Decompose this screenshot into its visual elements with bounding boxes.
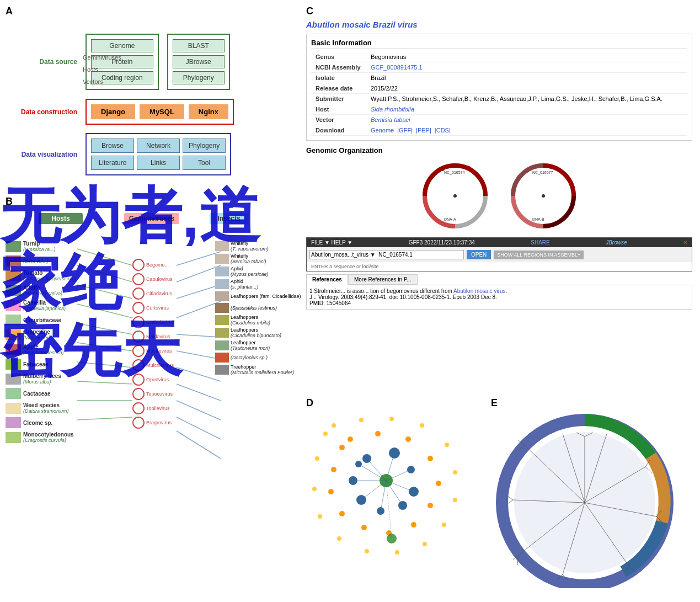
svg-point-53 bbox=[359, 418, 364, 422]
host-sci-2: (Solanum lycopersicum) bbox=[23, 276, 77, 281]
svg-text:DNA-B: DNA-B bbox=[532, 217, 544, 221]
jbrowse-panel: FILE ▼ HELP ▼ GFF3 2022/11/23 10:37:34 S… bbox=[306, 237, 692, 271]
jbrowse-share-btn[interactable]: SHARE bbox=[531, 239, 549, 246]
jbrowse-title: JBrowse bbox=[606, 239, 627, 246]
jbrowse-timestamp: GFF3 2022/11/23 10:37:34 bbox=[409, 239, 475, 246]
svg-point-40 bbox=[375, 431, 381, 436]
download-gff[interactable]: |GFF| bbox=[397, 127, 413, 134]
jbrowse-search-input[interactable] bbox=[309, 250, 464, 259]
svg-line-11 bbox=[177, 265, 221, 282]
django-btn[interactable]: Django bbox=[91, 104, 135, 119]
tab-references[interactable]: References bbox=[306, 274, 348, 285]
svg-point-45 bbox=[411, 522, 416, 528]
host-name-11: Weed species bbox=[23, 402, 69, 408]
value-host[interactable]: Sida rhombifolia bbox=[371, 106, 414, 113]
ref-link-0[interactable]: Abutilon mosaic virus bbox=[453, 288, 505, 294]
label-submitter: Submitter bbox=[311, 94, 366, 104]
links-btn[interactable]: Links bbox=[137, 156, 180, 170]
mysql-btn[interactable]: MySQL bbox=[140, 104, 184, 119]
network-btn[interactable]: Network bbox=[137, 138, 180, 153]
value-genus: Begomovirus bbox=[366, 52, 687, 62]
value-isolate: Brazil bbox=[366, 73, 687, 83]
basic-info-title: Basic Information bbox=[311, 39, 687, 49]
insect-5: (Spissistilus festinus) bbox=[231, 305, 277, 311]
host-name-0: Turnip bbox=[23, 241, 56, 247]
host-sci-0: (Brassica ra...) bbox=[23, 247, 56, 252]
svg-point-60 bbox=[423, 542, 427, 546]
analysis-tools-box: BLAST JBrowse Phylogeny bbox=[167, 34, 230, 90]
blast-btn[interactable]: BLAST bbox=[173, 39, 225, 52]
host-name-6: Grapevine bbox=[23, 329, 50, 335]
phylogeny-viz-btn[interactable]: Phylogeny bbox=[183, 138, 226, 153]
gemini-8: Opunvirus bbox=[146, 377, 169, 382]
tab-more-references[interactable]: More References in P... bbox=[348, 274, 418, 285]
virus-title: Abutilon mosaic Brazil virus bbox=[306, 20, 692, 29]
svg-line-13 bbox=[177, 301, 221, 318]
genome-btn[interactable]: Genome bbox=[91, 39, 153, 52]
svg-line-103 bbox=[507, 496, 513, 500]
value-ncbi[interactable]: GCF_000891475.1 bbox=[371, 64, 423, 71]
insect-sci-2: (Myzus persicae) bbox=[231, 271, 269, 277]
svg-point-41 bbox=[405, 436, 411, 442]
gemini-list: Begomo... Capulovirus Citladavirus Curto… bbox=[132, 259, 174, 429]
insect-10: Treehopper bbox=[231, 364, 294, 370]
host-name-2: Tomato bbox=[23, 270, 77, 276]
svg-text:DNA-A: DNA-A bbox=[444, 217, 456, 221]
svg-line-10 bbox=[177, 252, 221, 265]
tool-btn[interactable]: Tool bbox=[183, 156, 226, 170]
gemini-5: Maldavirus bbox=[146, 334, 170, 339]
phylogeny-btn[interactable]: Phylogeny bbox=[173, 71, 225, 84]
insect-list: Whitefly(T. vaporariorum) Whitefly(Bemis… bbox=[215, 241, 306, 375]
phylogeny-svg bbox=[491, 412, 678, 588]
gemini-7: Mulcrilevirus bbox=[146, 363, 174, 368]
insect-0: Whitefly bbox=[231, 241, 269, 246]
phylogeny-container bbox=[491, 412, 695, 590]
value-vector[interactable]: Bemisia tabaci bbox=[371, 116, 410, 123]
svg-point-63 bbox=[337, 536, 341, 541]
svg-line-19 bbox=[177, 417, 221, 439]
host-name-4: Camellia bbox=[23, 300, 66, 306]
host-sci-11: (Datura stramonium) bbox=[23, 408, 69, 414]
svg-line-4 bbox=[77, 323, 132, 334]
literature-btn[interactable]: Literature bbox=[91, 156, 134, 170]
svg-point-49 bbox=[328, 489, 334, 494]
host-sci-7: (Malus domestica) bbox=[23, 350, 64, 355]
visualization-tools-box: Browse Network Phylogeny Literature Link… bbox=[86, 133, 231, 175]
nginx-btn[interactable]: Nginx bbox=[189, 104, 228, 119]
svg-line-9 bbox=[77, 417, 132, 420]
svg-point-54 bbox=[389, 417, 394, 421]
value-release: 2015/2/22 bbox=[366, 83, 687, 94]
download-cds[interactable]: |CDS| bbox=[435, 127, 451, 134]
download-genome[interactable]: Genome bbox=[371, 127, 394, 134]
svg-point-64 bbox=[318, 514, 322, 519]
jbrowse-close-icon[interactable]: ✕ bbox=[683, 239, 687, 246]
network-svg-d bbox=[306, 409, 466, 563]
jbrowse-open-btn[interactable]: OPEN bbox=[467, 250, 491, 259]
svg-point-43 bbox=[436, 481, 441, 486]
svg-point-57 bbox=[453, 470, 457, 475]
svg-point-52 bbox=[332, 423, 336, 428]
svg-line-0 bbox=[77, 249, 132, 265]
jbrowse-show-all-btn[interactable]: SHOW ALL REGIONS IN ASSEMBLY bbox=[494, 251, 584, 259]
svg-line-72 bbox=[386, 481, 403, 505]
jbrowse-btn[interactable]: JBrowse bbox=[173, 55, 225, 68]
svg-text:NC_016574: NC_016574 bbox=[444, 171, 464, 175]
insect-sci-7: (Cicadulina bipunctato) bbox=[231, 333, 281, 338]
svg-line-2 bbox=[77, 285, 132, 299]
jbrowse-hint: ENTER a sequence or loci/site bbox=[307, 262, 692, 271]
download-pep[interactable]: |PEP| bbox=[416, 127, 431, 134]
panel-a: A Data source Genome Protein Coding regi… bbox=[6, 6, 292, 175]
network-container: Hosts Geminiviruses Insects bbox=[6, 210, 309, 563]
data-construction-label: Data construction bbox=[6, 108, 77, 116]
svg-point-26 bbox=[542, 194, 545, 198]
genomic-circles: NC_016574 DNA-A NC_016577 DNA-B bbox=[306, 157, 692, 235]
gemini-6: Mastrevirus bbox=[146, 348, 172, 354]
insect-sci-9: (Dactylopius sp.) bbox=[231, 355, 268, 360]
label-ncbi: NCBI Assembly bbox=[311, 62, 366, 73]
host-sci-13: (Eragrostis curvula) bbox=[23, 438, 74, 443]
browse-btn[interactable]: Browse bbox=[91, 138, 134, 153]
info-table: GenusBegomovirus NCBI AssemblyGCF_000891… bbox=[311, 52, 687, 136]
panel-d: D bbox=[306, 397, 488, 574]
jbrowse-file-help: FILE ▼ HELP ▼ bbox=[311, 239, 352, 246]
host-name-12: Cleome sp. bbox=[23, 420, 52, 426]
